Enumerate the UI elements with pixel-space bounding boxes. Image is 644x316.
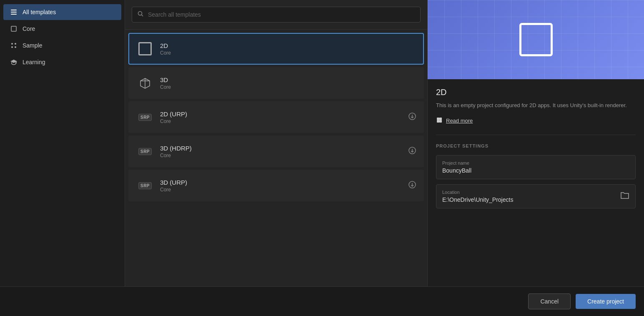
- svg-point-4: [11, 43, 13, 45]
- template-name-2d-urp: 2D (URP): [160, 110, 402, 118]
- detail-description: This is an empty project configured for …: [436, 101, 636, 110]
- svg-point-5: [15, 43, 16, 45]
- sidebar-item-label: All templates: [23, 9, 56, 15]
- location-value: E:\OneDrive\Unity_Projects: [442, 196, 513, 203]
- download-icon-3d-hdrp: [408, 146, 416, 157]
- read-more-icon: [436, 117, 443, 125]
- template-item-2d[interactable]: 2D Core: [128, 33, 424, 65]
- svg-rect-21: [437, 118, 439, 120]
- svg-point-6: [11, 46, 13, 48]
- template-name-3d-hdrp: 3D (HDRP): [160, 145, 402, 152]
- 3d-template-icon: [136, 74, 154, 92]
- svg-rect-22: [439, 118, 442, 120]
- sidebar-item-label: Learning: [23, 59, 45, 65]
- cancel-button[interactable]: Cancel: [528, 293, 571, 309]
- 3d-urp-template-icon: SRP: [136, 176, 154, 195]
- template-item-3d-urp[interactable]: SRP 3D (URP) Core: [128, 170, 424, 201]
- 2d-urp-template-icon: SRP: [136, 108, 154, 126]
- download-icon-2d-urp: [408, 112, 416, 123]
- project-name-label: Project name: [442, 161, 629, 166]
- read-more-link[interactable]: Read more: [436, 117, 636, 125]
- svg-point-10: [138, 12, 142, 15]
- template-category-2d-urp: Core: [160, 118, 402, 124]
- location-field[interactable]: Location E:\OneDrive\Unity_Projects: [436, 184, 636, 208]
- preview-2d-icon: [519, 23, 553, 56]
- template-category-3d-urp: Core: [160, 187, 402, 193]
- svg-rect-2: [11, 14, 17, 15]
- sidebar-item-sample[interactable]: Sample: [3, 38, 121, 53]
- project-name-field[interactable]: Project name BouncyBall: [436, 155, 636, 179]
- read-more-label: Read more: [446, 118, 473, 124]
- search-bar: [125, 0, 427, 30]
- list-icon: [10, 8, 18, 16]
- template-item-3d-hdrp[interactable]: SRP 3D (HDRP) Core: [128, 135, 424, 167]
- search-input[interactable]: [148, 11, 415, 18]
- location-label: Location: [442, 190, 513, 195]
- svg-point-7: [15, 46, 16, 48]
- template-category-3d-hdrp: Core: [160, 153, 402, 158]
- right-panel: 2D This is an empty project configured f…: [427, 0, 644, 286]
- footer: Cancel Create project: [0, 286, 644, 316]
- template-detail: 2D This is an empty project configured f…: [428, 79, 644, 286]
- create-project-button[interactable]: Create project: [576, 294, 636, 309]
- sidebar-item-label: Sample: [23, 42, 42, 49]
- search-icon: [137, 10, 144, 19]
- 3d-hdrp-template-icon: SRP: [136, 142, 154, 161]
- folder-browse-icon[interactable]: [620, 191, 629, 202]
- search-input-wrapper[interactable]: [132, 7, 421, 23]
- main-content: 2D Core 3D Core: [125, 0, 427, 286]
- template-name-3d-urp: 3D (URP): [160, 179, 402, 186]
- 2d-template-icon: [136, 40, 154, 58]
- template-preview: [428, 0, 644, 79]
- sidebar: All templates Core Sample: [0, 0, 125, 286]
- sidebar-item-core[interactable]: Core: [3, 21, 121, 37]
- grid-icon: [10, 42, 18, 49]
- template-item-2d-urp[interactable]: SRP 2D (URP) Core: [128, 101, 424, 133]
- template-item-3d[interactable]: 3D Core: [128, 67, 424, 99]
- svg-rect-3: [11, 26, 16, 31]
- sidebar-item-learning[interactable]: Learning: [3, 54, 121, 70]
- project-settings-title: PROJECT SETTINGS: [436, 143, 636, 148]
- square-icon: [10, 25, 18, 33]
- download-icon-3d-urp: [408, 181, 416, 191]
- template-category-3d: Core: [160, 84, 416, 90]
- template-category-2d: Core: [160, 50, 416, 56]
- template-list: 2D Core 3D Core: [125, 30, 427, 286]
- svg-line-11: [142, 15, 143, 17]
- svg-rect-0: [11, 10, 17, 10]
- svg-rect-24: [439, 120, 442, 123]
- template-name-3d: 3D: [160, 76, 416, 83]
- project-name-value: BouncyBall: [442, 167, 629, 174]
- divider: [436, 135, 636, 135]
- sidebar-item-label: Core: [23, 25, 35, 32]
- template-name-2d: 2D: [160, 42, 416, 49]
- sidebar-item-all-templates[interactable]: All templates: [3, 4, 121, 20]
- svg-rect-1: [11, 12, 17, 13]
- svg-rect-23: [437, 120, 439, 123]
- graduation-icon: [10, 58, 18, 66]
- detail-template-name: 2D: [436, 88, 636, 97]
